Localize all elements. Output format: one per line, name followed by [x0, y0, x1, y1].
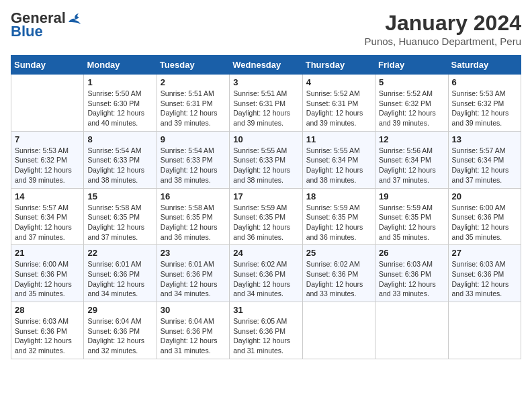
calendar-header-row: Sunday Monday Tuesday Wednesday Thursday…	[11, 56, 521, 75]
table-row: 17Sunrise: 5:59 AMSunset: 6:35 PMDayligh…	[230, 188, 302, 245]
table-row: 20Sunrise: 6:00 AMSunset: 6:36 PMDayligh…	[448, 188, 521, 245]
day-info: Sunrise: 6:05 AMSunset: 6:36 PMDaylight:…	[233, 316, 298, 356]
day-number: 27	[452, 248, 517, 258]
day-number: 1	[87, 77, 152, 87]
table-row: 8Sunrise: 5:54 AMSunset: 6:33 PMDaylight…	[84, 131, 157, 188]
table-row	[302, 302, 375, 359]
day-info: Sunrise: 5:53 AMSunset: 6:32 PMDaylight:…	[15, 146, 80, 185]
day-number: 20	[452, 191, 517, 201]
table-row: 16Sunrise: 5:58 AMSunset: 6:35 PMDayligh…	[157, 188, 229, 245]
table-row	[375, 302, 448, 359]
day-info: Sunrise: 5:51 AMSunset: 6:31 PMDaylight:…	[233, 89, 298, 128]
day-number: 10	[233, 134, 298, 144]
day-number: 15	[87, 191, 152, 201]
table-row: 21Sunrise: 6:00 AMSunset: 6:36 PMDayligh…	[11, 245, 84, 302]
day-number: 16	[161, 191, 226, 201]
calendar-week-row: 28Sunrise: 6:03 AMSunset: 6:36 PMDayligh…	[11, 302, 521, 359]
table-row: 26Sunrise: 6:03 AMSunset: 6:36 PMDayligh…	[375, 245, 448, 302]
day-number: 5	[379, 77, 444, 87]
col-monday: Monday	[84, 56, 157, 75]
day-info: Sunrise: 5:52 AMSunset: 6:32 PMDaylight:…	[379, 89, 444, 128]
day-number: 11	[306, 134, 371, 144]
day-info: Sunrise: 6:03 AMSunset: 6:36 PMDaylight:…	[452, 259, 517, 299]
day-info: Sunrise: 5:54 AMSunset: 6:33 PMDaylight:…	[87, 146, 152, 185]
table-row: 12Sunrise: 5:56 AMSunset: 6:34 PMDayligh…	[375, 131, 448, 188]
day-info: Sunrise: 5:58 AMSunset: 6:35 PMDaylight:…	[161, 203, 226, 242]
bird-icon	[67, 13, 82, 25]
table-row	[11, 75, 84, 132]
table-row: 4Sunrise: 5:52 AMSunset: 6:31 PMDaylight…	[302, 75, 375, 132]
page-header: General Blue January 2024 Punos, Huanuco…	[11, 11, 521, 47]
calendar-week-row: 7Sunrise: 5:53 AMSunset: 6:32 PMDaylight…	[11, 131, 521, 188]
col-wednesday: Wednesday	[230, 56, 302, 75]
day-number: 21	[15, 248, 80, 258]
day-number: 12	[379, 134, 444, 144]
table-row: 5Sunrise: 5:52 AMSunset: 6:32 PMDaylight…	[375, 75, 448, 132]
day-info: Sunrise: 5:59 AMSunset: 6:35 PMDaylight:…	[306, 203, 371, 242]
day-info: Sunrise: 6:01 AMSunset: 6:36 PMDaylight:…	[161, 259, 226, 299]
table-row: 11Sunrise: 5:55 AMSunset: 6:34 PMDayligh…	[302, 131, 375, 188]
day-info: Sunrise: 5:50 AMSunset: 6:30 PMDaylight:…	[87, 89, 152, 128]
location: Punos, Huanuco Department, Peru	[365, 36, 521, 47]
table-row: 3Sunrise: 5:51 AMSunset: 6:31 PMDaylight…	[230, 75, 302, 132]
title-block: January 2024 Punos, Huanuco Department, …	[365, 11, 521, 47]
table-row: 29Sunrise: 6:04 AMSunset: 6:36 PMDayligh…	[84, 302, 157, 359]
calendar-table: Sunday Monday Tuesday Wednesday Thursday…	[11, 55, 521, 359]
table-row: 22Sunrise: 6:01 AMSunset: 6:36 PMDayligh…	[84, 245, 157, 302]
col-saturday: Saturday	[448, 56, 521, 75]
day-info: Sunrise: 6:00 AMSunset: 6:36 PMDaylight:…	[452, 203, 517, 242]
table-row	[448, 302, 521, 359]
day-info: Sunrise: 5:52 AMSunset: 6:31 PMDaylight:…	[306, 89, 371, 128]
table-row: 23Sunrise: 6:01 AMSunset: 6:36 PMDayligh…	[157, 245, 229, 302]
logo: General Blue	[11, 11, 82, 39]
table-row: 30Sunrise: 6:04 AMSunset: 6:36 PMDayligh…	[157, 302, 229, 359]
table-row: 25Sunrise: 6:02 AMSunset: 6:36 PMDayligh…	[302, 245, 375, 302]
col-friday: Friday	[375, 56, 448, 75]
day-info: Sunrise: 5:57 AMSunset: 6:34 PMDaylight:…	[452, 146, 517, 185]
day-number: 8	[87, 134, 152, 144]
day-number: 9	[161, 134, 226, 144]
logo-blue-text: Blue	[11, 24, 43, 39]
day-number: 29	[87, 305, 152, 315]
table-row: 6Sunrise: 5:53 AMSunset: 6:32 PMDaylight…	[448, 75, 521, 132]
day-info: Sunrise: 6:03 AMSunset: 6:36 PMDaylight:…	[15, 316, 80, 356]
day-info: Sunrise: 6:02 AMSunset: 6:36 PMDaylight:…	[306, 259, 371, 299]
day-number: 25	[306, 248, 371, 258]
day-info: Sunrise: 5:58 AMSunset: 6:35 PMDaylight:…	[87, 203, 152, 242]
day-number: 22	[87, 248, 152, 258]
day-info: Sunrise: 5:53 AMSunset: 6:32 PMDaylight:…	[452, 89, 517, 128]
table-row: 31Sunrise: 6:05 AMSunset: 6:36 PMDayligh…	[230, 302, 302, 359]
day-info: Sunrise: 5:55 AMSunset: 6:34 PMDaylight:…	[306, 146, 371, 185]
day-info: Sunrise: 5:54 AMSunset: 6:33 PMDaylight:…	[161, 146, 226, 185]
day-info: Sunrise: 6:00 AMSunset: 6:36 PMDaylight:…	[15, 259, 80, 299]
calendar-week-row: 14Sunrise: 5:57 AMSunset: 6:34 PMDayligh…	[11, 188, 521, 245]
day-number: 23	[161, 248, 226, 258]
day-info: Sunrise: 6:03 AMSunset: 6:36 PMDaylight:…	[379, 259, 444, 299]
day-number: 28	[15, 305, 80, 315]
col-thursday: Thursday	[302, 56, 375, 75]
table-row: 1Sunrise: 5:50 AMSunset: 6:30 PMDaylight…	[84, 75, 157, 132]
month-year: January 2024	[365, 11, 521, 36]
table-row: 28Sunrise: 6:03 AMSunset: 6:36 PMDayligh…	[11, 302, 84, 359]
day-number: 30	[161, 305, 226, 315]
day-info: Sunrise: 5:55 AMSunset: 6:33 PMDaylight:…	[233, 146, 298, 185]
day-number: 17	[233, 191, 298, 201]
day-number: 2	[161, 77, 226, 87]
table-row: 2Sunrise: 5:51 AMSunset: 6:31 PMDaylight…	[157, 75, 229, 132]
day-info: Sunrise: 5:57 AMSunset: 6:34 PMDaylight:…	[15, 203, 80, 242]
day-number: 26	[379, 248, 444, 258]
day-number: 14	[15, 191, 80, 201]
table-row: 13Sunrise: 5:57 AMSunset: 6:34 PMDayligh…	[448, 131, 521, 188]
calendar-week-row: 21Sunrise: 6:00 AMSunset: 6:36 PMDayligh…	[11, 245, 521, 302]
table-row: 9Sunrise: 5:54 AMSunset: 6:33 PMDaylight…	[157, 131, 229, 188]
table-row: 10Sunrise: 5:55 AMSunset: 6:33 PMDayligh…	[230, 131, 302, 188]
day-number: 31	[233, 305, 298, 315]
day-info: Sunrise: 5:59 AMSunset: 6:35 PMDaylight:…	[233, 203, 298, 242]
table-row: 27Sunrise: 6:03 AMSunset: 6:36 PMDayligh…	[448, 245, 521, 302]
table-row: 19Sunrise: 5:59 AMSunset: 6:35 PMDayligh…	[375, 188, 448, 245]
day-number: 3	[233, 77, 298, 87]
day-number: 4	[306, 77, 371, 87]
col-tuesday: Tuesday	[157, 56, 229, 75]
day-info: Sunrise: 6:04 AMSunset: 6:36 PMDaylight:…	[87, 316, 152, 356]
table-row: 7Sunrise: 5:53 AMSunset: 6:32 PMDaylight…	[11, 131, 84, 188]
